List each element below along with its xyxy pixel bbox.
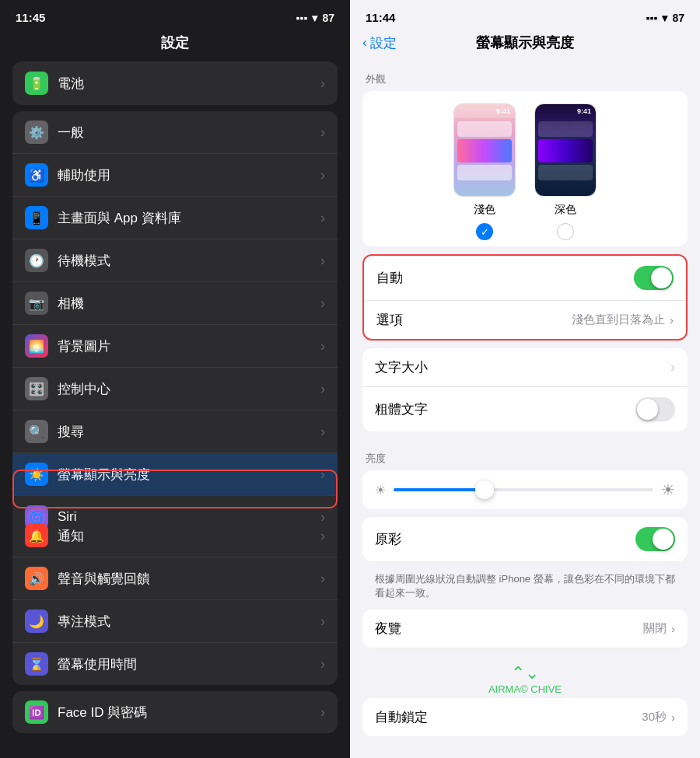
signal-icon: ▪▪▪: [296, 12, 308, 24]
text-size-row[interactable]: 文字大小 ›: [362, 348, 688, 387]
screentime-icon: ⌛: [25, 652, 48, 676]
nightshift-label: 夜覽: [375, 620, 401, 637]
autolock-value: 30秒 ›: [642, 710, 675, 725]
nightshift-value: 關閉 ›: [643, 621, 675, 636]
settings-group-3: 🆔 Face ID 與密碼 ›: [12, 691, 338, 733]
options-chevron: ›: [670, 313, 674, 327]
standby-icon: 🕐: [25, 249, 48, 272]
dark-mode-radio[interactable]: [557, 223, 574, 240]
brightness-high-icon: ☀: [661, 480, 675, 499]
autolock-chevron: ›: [671, 711, 675, 724]
battery-row[interactable]: 🔋 電池 ›: [12, 61, 338, 105]
standby-label: 待機模式: [58, 252, 110, 270]
homescreen-label: 主畫面與 App 資料庫: [58, 209, 181, 227]
settings-row-standby[interactable]: 🕐 待機模式 ›: [12, 239, 338, 282]
settings-row-screentime[interactable]: ⌛ 螢幕使用時間 ›: [12, 643, 338, 685]
bold-toggle-thumb: [637, 399, 658, 420]
right-nav-bar: ‹ 設定 螢幕顯示與亮度: [350, 30, 700, 60]
bold-toggle[interactable]: [635, 397, 675, 421]
focus-label: 專注模式: [58, 613, 110, 631]
auto-row[interactable]: 自動: [364, 256, 686, 301]
text-card: 文字大小 › 粗體文字: [362, 348, 688, 431]
right-content: 外觀 9:41 淺色: [350, 60, 700, 744]
brightness-thumb[interactable]: [475, 480, 494, 499]
general-label: 一般: [58, 124, 84, 141]
general-icon: ⚙️: [25, 121, 48, 144]
settings-row-camera[interactable]: 📷 相機 ›: [12, 282, 338, 325]
controlcenter-label: 控制中心: [58, 380, 110, 398]
dark-mode-preview: 9:41: [534, 103, 597, 197]
truetone-toggle[interactable]: [635, 527, 675, 551]
display-label: 螢幕顯示與亮度: [58, 466, 150, 484]
appearance-picker: 9:41 淺色 9:41: [362, 91, 688, 246]
truetone-row[interactable]: 原彩: [362, 517, 688, 561]
options-value: 淺色直到日落為止 ›: [572, 313, 674, 327]
dark-mode-option[interactable]: 9:41 深色: [534, 103, 597, 240]
auto-toggle[interactable]: [634, 266, 674, 290]
notifications-label: 通知: [58, 527, 84, 545]
settings-row-search[interactable]: 🔍 搜尋 ›: [12, 410, 338, 453]
light-mode-radio[interactable]: [476, 223, 493, 240]
display-icon: ☀️: [25, 463, 48, 486]
left-status-icons: ▪▪▪ ▾ 87: [296, 12, 334, 24]
brightness-low-icon: ☀: [375, 483, 386, 498]
right-panel: 11:44 ▪▪▪ ▾ 87 ‹ 設定 螢幕顯示與亮度 外觀 9:41: [350, 0, 700, 758]
right-status-icons: ▪▪▪ ▾ 87: [646, 12, 684, 24]
accessibility-label: 輔助使用: [58, 166, 110, 184]
auto-label: 自動: [376, 269, 403, 287]
sounds-icon: 🔊: [25, 567, 48, 590]
faceid-label: Face ID 與密碼: [58, 704, 147, 721]
nightshift-card: 夜覽 關閉 ›: [362, 610, 688, 648]
settings-row-wallpaper[interactable]: 🌅 背景圖片 ›: [12, 325, 338, 368]
back-chevron-icon: ‹: [362, 35, 367, 51]
nightshift-row[interactable]: 夜覽 關閉 ›: [362, 610, 688, 648]
brightness-card: ☀ ☀: [362, 470, 688, 509]
truetone-card: 原彩: [362, 517, 688, 561]
accessibility-icon: ♿: [25, 163, 48, 187]
battery-chevron: ›: [320, 75, 325, 92]
options-label: 選項: [376, 311, 403, 329]
brightness-fill: [394, 488, 485, 491]
settings-row-controlcenter[interactable]: 🎛️ 控制中心 ›: [12, 368, 338, 410]
truetone-description: 根據周圍光線狀況自動調整 iPhone 螢幕，讓色彩在不同的環境下都看起來一致。: [362, 569, 688, 610]
options-row[interactable]: 選項 淺色直到日落為止 ›: [364, 301, 686, 339]
settings-row-accessibility[interactable]: ♿ 輔助使用 ›: [12, 154, 338, 197]
left-status-bar: 11:45 ▪▪▪ ▾ 87: [0, 0, 350, 30]
right-wifi-icon: ▾: [662, 12, 667, 24]
right-page-title: 螢幕顯示與亮度: [476, 33, 574, 52]
sounds-label: 聲音與觸覺回饋: [58, 570, 150, 588]
autolock-label: 自動鎖定: [375, 708, 428, 726]
left-battery: 87: [322, 12, 334, 24]
watermark-area: ⌃⌄ AIRMA© CHIVE: [362, 655, 688, 698]
settings-row-faceid[interactable]: 🆔 Face ID 與密碼 ›: [12, 691, 338, 733]
bold-text-row[interactable]: 粗體文字: [362, 387, 688, 431]
dark-mode-label: 深色: [555, 203, 576, 217]
light-mode-label: 淺色: [474, 203, 495, 217]
notifications-icon: 🔔: [25, 524, 48, 547]
light-mode-preview: 9:41: [453, 103, 516, 197]
light-phone-statusbar: 9:41: [454, 104, 515, 118]
bold-text-label: 粗體文字: [375, 400, 428, 418]
wallpaper-icon: 🌅: [25, 334, 48, 358]
controlcenter-icon: 🎛️: [25, 377, 48, 400]
autolock-row[interactable]: 自動鎖定 30秒 ›: [362, 698, 688, 736]
auto-section-card: 自動 選項 淺色直到日落為止 ›: [362, 254, 688, 341]
watermark-icon: ⌃⌄: [511, 663, 539, 683]
truetone-label: 原彩: [375, 530, 401, 548]
back-button[interactable]: ‹ 設定: [362, 34, 397, 52]
settings-row-general[interactable]: ⚙️ 一般 ›: [12, 111, 338, 154]
settings-row-focus[interactable]: 🌙 專注模式 ›: [12, 600, 338, 643]
screentime-label: 螢幕使用時間: [58, 655, 137, 673]
nightshift-chevron: ›: [671, 622, 675, 635]
settings-row-display[interactable]: ☀️ 螢幕顯示與亮度 ›: [12, 453, 338, 496]
settings-row-sounds[interactable]: 🔊 聲音與觸覺回饋 ›: [12, 557, 338, 600]
right-signal-icon: ▪▪▪: [646, 12, 658, 24]
search-label: 搜尋: [58, 423, 84, 441]
faceid-icon: 🆔: [25, 700, 48, 724]
brightness-track[interactable]: [394, 488, 653, 491]
settings-group-2: 🔔 通知 › 🔊 聲音與觸覺回饋 › 🌙 專注模式 ›: [12, 515, 338, 685]
light-mode-option[interactable]: 9:41 淺色: [453, 103, 516, 240]
left-panel: 11:45 ▪▪▪ ▾ 87 設定 🔋 電池 › ⚙️ 一般 ›: [0, 0, 350, 758]
auto-toggle-thumb: [651, 267, 672, 288]
settings-row-homescreen[interactable]: 📱 主畫面與 App 資料庫 ›: [12, 197, 338, 239]
